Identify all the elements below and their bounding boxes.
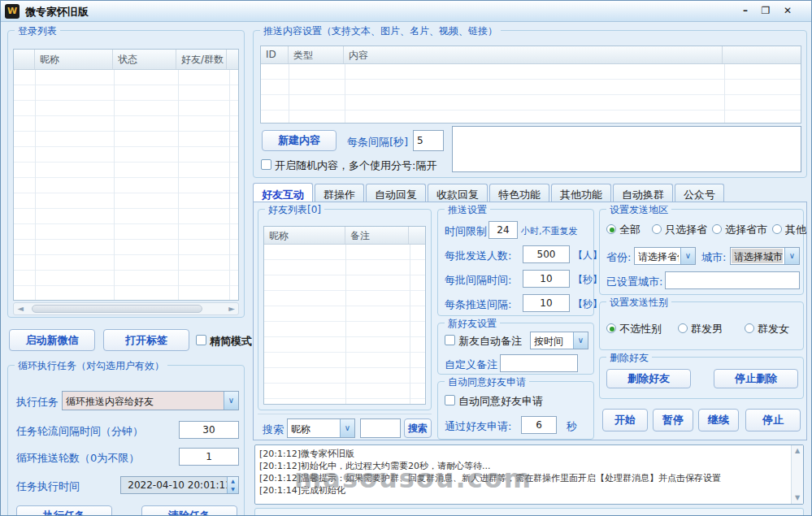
province-select[interactable]: 请选择省份 ∨ <box>634 247 696 265</box>
resume-button[interactable]: 继续 <box>698 409 739 431</box>
delete-friend-button[interactable]: 删除好友 <box>606 369 691 388</box>
batch-interval-input[interactable]: 10 <box>523 270 570 288</box>
window-title: 微专家怀旧版 <box>25 5 89 20</box>
grid-line <box>289 64 289 123</box>
start-label: 开始 <box>603 410 647 431</box>
content-table-body[interactable] <box>261 64 801 123</box>
open-tab-button[interactable]: 打开标签 <box>103 329 189 351</box>
random-content-checkbox[interactable] <box>261 159 271 170</box>
chevron-down-icon[interactable]: ∨ <box>224 392 238 410</box>
auto-accept-checkbox[interactable] <box>445 395 455 405</box>
stop-button[interactable]: 停止 <box>745 409 801 431</box>
task-interval-input[interactable]: 30 <box>179 421 239 439</box>
batch-size-input[interactable]: 500 <box>523 245 570 263</box>
content-table-header: ID 类型 内容 <box>261 46 801 64</box>
login-table-body[interactable] <box>14 70 238 300</box>
content-textarea[interactable] <box>452 126 801 172</box>
login-col-check[interactable] <box>14 50 35 69</box>
random-content-label: 开启随机内容，多个使用分号:隔开 <box>275 158 436 173</box>
search-field-select[interactable]: 昵称 ∨ <box>287 418 355 438</box>
search-button[interactable]: 搜索 <box>404 418 432 438</box>
start-button[interactable]: 开始 <box>602 409 648 431</box>
gender-female-radio[interactable] <box>745 323 754 333</box>
login-table[interactable]: 昵称 状态 好友/群数 <box>13 49 239 301</box>
scroll-thumb[interactable] <box>32 305 202 313</box>
auto-remark-checkbox[interactable] <box>445 335 455 345</box>
friend-table-body[interactable] <box>264 245 425 404</box>
loop-task-group: 循环执行任务（对勾选用户有效） 执行任务 循环推送内容给好友 ∨ 任务轮流间隔时… <box>7 365 245 516</box>
batch-size-label: 每批发送人数: <box>445 249 511 263</box>
scroll-left-icon[interactable]: ◄ <box>14 303 27 314</box>
accept-delay-label: 通过好友申请: <box>445 419 511 434</box>
grid-line <box>114 70 115 300</box>
region-province-radio[interactable] <box>652 224 662 234</box>
push-interval-input[interactable]: 10 <box>523 294 570 312</box>
log-vscrollbar[interactable]: ▲ ▼ <box>791 445 803 504</box>
content-col-content[interactable]: 内容 <box>344 46 723 63</box>
login-hscrollbar[interactable]: ◄ ► <box>13 302 239 315</box>
login-col-nickname[interactable]: 昵称 <box>35 50 113 69</box>
friend-col-nickname[interactable]: 昵称 <box>264 227 345 244</box>
task-time-value: 2022-04-10 20:01:11 <box>128 479 231 491</box>
run-task-label: 执行任务 <box>17 506 111 516</box>
task-select[interactable]: 循环推送内容给好友 ∨ <box>62 391 239 410</box>
auto-remark-label: 新友自动备注 <box>458 334 522 349</box>
msg-interval-input[interactable]: 5 <box>413 130 444 151</box>
city-select[interactable]: 请选择城市 ∨ <box>730 247 800 265</box>
close-icon[interactable]: ✕ <box>779 3 797 19</box>
province-value: 请选择省份 <box>638 250 679 264</box>
region-province-city-label: 选择省市 <box>725 223 767 237</box>
spin-down-icon[interactable]: ▼ <box>231 486 235 492</box>
push-interval-label: 每条推送间隔: <box>445 297 511 312</box>
login-col-count[interactable]: 好友/群数 <box>176 50 227 69</box>
custom-remark-input[interactable] <box>500 354 578 372</box>
pause-button[interactable]: 暂停 <box>653 409 693 431</box>
remark-mode-select[interactable]: 按时间 ∨ <box>530 332 588 349</box>
chevron-down-icon[interactable]: ∨ <box>340 419 354 437</box>
simple-mode-checkbox[interactable] <box>196 335 206 345</box>
maximize-icon[interactable]: ❐ <box>757 3 775 19</box>
scroll-right-icon[interactable]: ► <box>225 303 238 314</box>
loop-task-title: 循环执行任务（对勾选用户有效） <box>15 359 167 373</box>
time-limit-input[interactable]: 24 <box>489 221 518 239</box>
region-other-radio[interactable] <box>772 224 782 234</box>
spin-up-icon[interactable]: ▲ <box>231 478 235 483</box>
scroll-up-icon[interactable]: ▲ <box>792 445 803 457</box>
gender-male-radio[interactable] <box>678 323 688 333</box>
time-limit-label: 时间限制 <box>445 224 487 239</box>
chevron-down-icon[interactable]: ∨ <box>784 248 799 264</box>
start-new-wechat-button[interactable]: 启动新微信 <box>9 329 95 351</box>
scroll-down-icon[interactable]: ▼ <box>792 492 803 504</box>
minimize-icon[interactable]: – <box>736 3 754 19</box>
task-rounds-input[interactable]: 1 <box>179 448 239 466</box>
push-content-group: 推送内容设置（支持文本、图片、名片、视频、链接） ID 类型 内容 新建内容 每… <box>253 30 807 178</box>
start-new-wechat-label: 启动新微信 <box>10 330 94 350</box>
region-all-radio[interactable] <box>606 224 616 234</box>
friend-col-remark[interactable]: 备注 <box>345 227 409 244</box>
gender-any-radio[interactable] <box>606 323 616 333</box>
run-task-button[interactable]: 执行任务 <box>16 505 112 516</box>
set-city-input[interactable] <box>665 271 800 289</box>
friend-list-group: 好友列表[0] 昵称 备注 <box>258 209 432 410</box>
content-col-type[interactable]: 类型 <box>289 46 344 63</box>
province-label: 省份: <box>606 250 631 265</box>
chevron-down-icon[interactable]: ∨ <box>573 332 588 349</box>
search-input[interactable] <box>360 418 401 438</box>
stop-delete-button[interactable]: 停止删除 <box>714 369 798 388</box>
chevron-down-icon[interactable]: ∨ <box>680 248 695 264</box>
login-col-status[interactable]: 状态 <box>113 50 176 69</box>
content-col-id[interactable]: ID <box>261 46 289 63</box>
new-content-button[interactable]: 新建内容 <box>262 130 337 151</box>
msg-interval-label: 每条间隔[秒] <box>347 135 408 150</box>
accept-delay-input[interactable]: 6 <box>521 416 557 434</box>
app-window: W 微专家怀旧版 – ❐ ✕ 登录列表 昵称 状态 好友/群数 ◄ <box>0 0 812 516</box>
grid-line <box>35 70 36 300</box>
content-table[interactable]: ID 类型 内容 <box>260 46 801 124</box>
friend-table[interactable]: 昵称 备注 <box>263 226 426 405</box>
task-time-input[interactable]: 2022-04-10 20:01:11 ▲▼ <box>120 476 239 494</box>
region-province-city-radio[interactable] <box>712 224 722 234</box>
custom-remark-label: 自定义备注 <box>445 358 497 372</box>
log-box[interactable]: [20:1:12]微专家怀旧版 [20:1:12]初始化中，此过程大约需要20秒… <box>254 444 804 505</box>
spinner-icons[interactable]: ▲▼ <box>227 477 238 493</box>
clear-task-button[interactable]: 清除任务 <box>141 505 237 516</box>
